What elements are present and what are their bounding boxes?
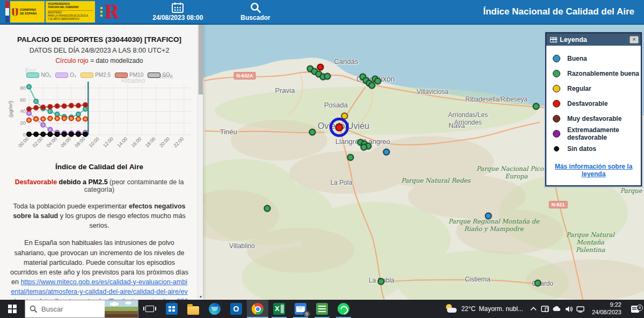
station-dot[interactable] [324, 73, 331, 80]
calendar-icon [171, 2, 184, 13]
chart-legend-name: O₃ [70, 72, 76, 78]
search-highlight-image [105, 300, 138, 317]
date-picker-button[interactable]: 24/08/2023 08:00 [152, 2, 203, 21]
taskbar-app-mail[interactable]: 5 [290, 300, 311, 318]
station-dot[interactable] [309, 129, 316, 136]
svg-text:10:00: 10:00 [88, 136, 100, 148]
windows-taskbar: Buscar 5 22°C Mayorm. nubl... [0, 300, 644, 318]
map-place-label: Villablino [229, 243, 255, 250]
svg-text:04:00: 04:00 [46, 136, 58, 148]
taskbar-app-outlook[interactable] [225, 300, 247, 318]
legend-item: Buena [553, 51, 641, 66]
government-logo[interactable]: GOBIERNO DE ESPAÑA VICEPRESIDENCIA TERCE… [5, 1, 119, 23]
map-place-label: Villaviciosa [416, 89, 448, 96]
search-icon [250, 2, 261, 13]
svg-text:40: 40 [20, 108, 26, 114]
station-dot[interactable] [535, 280, 541, 287]
legend-item-label: Sin datos [567, 145, 596, 153]
saharan-dust-paragraph: En España son habituales las intrusiones… [10, 238, 189, 300]
air-quality-app: GOBIERNO DE ESPAÑA VICEPRESIDENCIA TERCE… [0, 0, 644, 318]
station-dot[interactable] [317, 64, 324, 71]
svg-text:16:00: 16:00 [130, 136, 142, 148]
page-title: Índice Nacional de Calidad del Aire [483, 6, 634, 17]
search-label: Buscador [240, 14, 270, 21]
hidden-icons-chevron[interactable] [528, 307, 539, 311]
map-place-label: Pravia [275, 87, 295, 95]
legend-close-button[interactable]: × [630, 36, 639, 44]
start-button[interactable] [0, 300, 25, 318]
ministry-box: VICEPRESIDENCIA TERCERA DEL GOBIERNO MIN… [46, 1, 95, 23]
network-icon[interactable] [575, 306, 587, 313]
legend-color-dot [553, 115, 560, 122]
station-dot[interactable] [533, 103, 540, 110]
app-header: GOBIERNO DE ESPAÑA VICEPRESIDENCIA TERCE… [0, 0, 644, 25]
svg-text:14:00: 14:00 [116, 136, 128, 148]
taskbar-app-calc[interactable] [311, 300, 333, 318]
device-icon[interactable] [539, 306, 551, 313]
recovery-plan-logo: R [100, 1, 119, 23]
taskbar-app-excel[interactable] [268, 300, 290, 318]
map-park-label: Parque Natural Redes [401, 177, 471, 185]
taskbar-app-explorer[interactable] [182, 300, 204, 318]
legend-info-link[interactable]: Más información sobre la leyenda [546, 163, 641, 178]
road-badge: N-632A [233, 72, 255, 80]
scrollbar-down-arrow[interactable]: ▼ [198, 293, 203, 300]
modeled-data-note: Círculo rojo = dato modelizado [6, 57, 192, 64]
search-button[interactable]: Buscador [240, 2, 270, 21]
legend-item: Razonablemente buena [553, 66, 641, 81]
map-place-label: Cistierna [465, 276, 490, 284]
legend-header[interactable]: Leyenda × [546, 33, 641, 46]
taskbar-search-box[interactable]: Buscar [25, 300, 138, 318]
svg-text:22:00: 22:00 [172, 136, 185, 148]
task-view-button[interactable] [138, 300, 161, 318]
health-advice-paragraph: Toda la población puede experimentar efe… [10, 201, 189, 230]
map-park-label: Parque [620, 187, 642, 195]
taskbar-app-store[interactable] [161, 300, 182, 318]
taskbar-app-edge[interactable] [204, 300, 225, 318]
onedrive-icon[interactable] [551, 306, 563, 312]
chart-legend: NO₂O₃PM2.5PM10SO₂ [6, 72, 192, 78]
station-dot[interactable] [347, 154, 354, 161]
map-place-label: Tinéu [220, 128, 237, 136]
station-dot[interactable] [378, 278, 385, 285]
legend-item-label: Razonablemente buena [567, 70, 639, 77]
miteco-link[interactable]: https://www.miteco.gob.es/es/calidad-y-e… [11, 278, 188, 300]
legend-item: Muy desfavorable [553, 111, 641, 126]
panel-scrollbar[interactable]: ▼ [197, 25, 203, 300]
scrollbar-thumb[interactable] [199, 25, 203, 95]
taskbar-app-chrome[interactable] [247, 300, 268, 318]
map-place-label: La Pola [331, 179, 353, 187]
taskbar-clock[interactable]: 9:22 24/08/2023 [587, 301, 626, 316]
station-dot[interactable] [485, 213, 492, 220]
selected-station-dot[interactable] [335, 124, 343, 132]
station-dot[interactable] [383, 149, 390, 156]
taskbar-app-whatsapp[interactable] [333, 300, 354, 318]
station-data-line: DATOS DEL DÍA 24/8/2023 A LAS 8:00 UTC+2 [6, 47, 192, 54]
station-dot[interactable] [375, 78, 382, 85]
legend-item: Sin datos [553, 141, 641, 156]
task-view-icon [145, 306, 154, 312]
legend-item-label: Extremadamente desfavorable [567, 126, 641, 141]
legend-color-dot [553, 100, 560, 107]
station-detail-panel: FozRibadeoNavia PALACIO DE DEPORTES (330… [0, 25, 203, 300]
map-place-label: Arriondas/Les Arriondes [448, 112, 488, 127]
whatsapp-icon [338, 303, 349, 315]
legend-color-dot [553, 85, 560, 92]
weather-icon [445, 303, 458, 314]
road-badge: N-621 [549, 201, 568, 208]
legend-panel: Leyenda × BuenaRazonablemente buenaRegul… [545, 32, 642, 186]
station-dot[interactable] [361, 144, 368, 151]
file-explorer-icon [187, 306, 199, 315]
chart-legend-name: NO₂ [41, 72, 51, 78]
legend-items: BuenaRazonablemente buenaRegularDesfavor… [546, 46, 641, 157]
station-dot[interactable] [264, 205, 271, 212]
notification-center-button[interactable]: 8 [626, 306, 644, 313]
svg-text:08:00: 08:00 [74, 136, 86, 148]
svg-text:20:00: 20:00 [158, 136, 171, 148]
weather-widget[interactable]: 22°C Mayorm. nubl... [441, 303, 528, 314]
svg-text:02:00: 02:00 [32, 136, 44, 148]
map-place-label: Candás [334, 58, 358, 66]
volume-icon[interactable] [563, 306, 575, 313]
gobierno-box: GOBIERNO DE ESPAÑA [10, 1, 45, 23]
map-place-label: Ribadesella/Ribeseya [465, 96, 528, 104]
